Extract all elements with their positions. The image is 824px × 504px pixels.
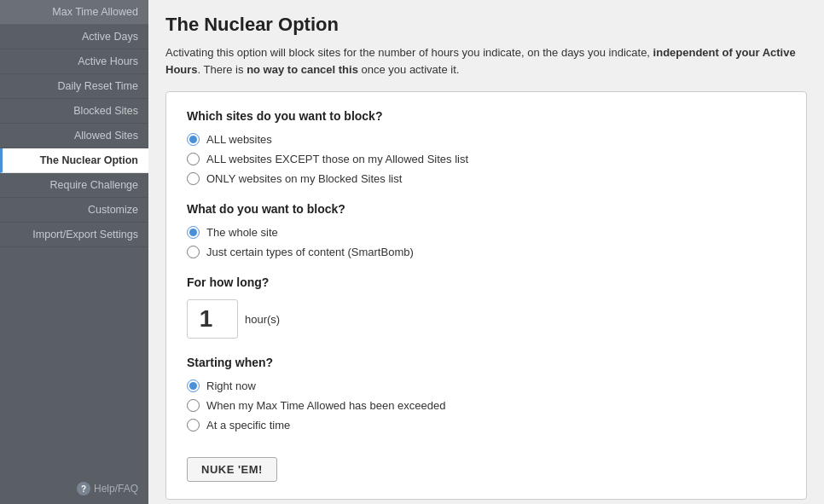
- what-block-label-whole-site: The whole site: [206, 226, 278, 239]
- starting-when-radio-right-now[interactable]: [187, 379, 200, 392]
- sidebar-item-allowed-sites[interactable]: Allowed Sites: [0, 124, 148, 148]
- options-panel: Which sites do you want to block? ALL we…: [165, 91, 807, 500]
- intro-text: Activating this option will block sites …: [165, 44, 797, 78]
- which-sites-radio-all-websites[interactable]: [187, 133, 200, 146]
- duration-unit: hour(s): [245, 313, 280, 326]
- which-sites-label-all-websites: ALL websites: [206, 133, 272, 146]
- nuke-button[interactable]: NUKE 'EM!: [187, 457, 277, 482]
- starting-when-heading: Starting when?: [187, 356, 786, 369]
- starting-when-label-max-time-exceeded: When my Max Time Allowed has been exceed…: [206, 399, 445, 412]
- starting-when-radio-max-time-exceeded[interactable]: [187, 399, 200, 412]
- what-block-radio-whole-site[interactable]: [187, 226, 200, 239]
- intro-bold2: no way to cancel this: [247, 63, 358, 76]
- what-block-option-certain-content[interactable]: Just certain types of content (SmartBomb…: [187, 246, 786, 258]
- starting-when-label-specific-time: At a specific time: [206, 419, 290, 432]
- sidebar-item-import-export[interactable]: Import/Export Settings: [0, 223, 148, 247]
- what-block-label-certain-content: Just certain types of content (SmartBomb…: [206, 246, 414, 258]
- which-sites-option-all-except-allowed[interactable]: ALL websites EXCEPT those on my Allowed …: [187, 153, 786, 165]
- what-block-group: The whole siteJust certain types of cont…: [187, 226, 786, 258]
- starting-when-group: Right nowWhen my Max Time Allowed has be…: [187, 379, 786, 432]
- starting-when-option-specific-time[interactable]: At a specific time: [187, 419, 786, 432]
- sidebar-item-active-days[interactable]: Active Days: [0, 25, 148, 49]
- intro-before: Activating this option will block sites …: [165, 46, 653, 59]
- which-sites-label-only-blocked-list: ONLY websites on my Blocked Sites list: [206, 172, 402, 185]
- which-sites-label-all-except-allowed: ALL websites EXCEPT those on my Allowed …: [206, 153, 468, 165]
- intro-after: once you activate it.: [358, 63, 460, 76]
- sidebar-item-max-time-allowed[interactable]: Max Time Allowed: [0, 0, 148, 25]
- starting-when-option-max-time-exceeded[interactable]: When my Max Time Allowed has been exceed…: [187, 399, 786, 412]
- sidebar-item-require-challenge[interactable]: Require Challenge: [0, 173, 148, 198]
- which-sites-heading: Which sites do you want to block?: [187, 109, 786, 123]
- help-faq-link[interactable]: ? Help/FAQ: [0, 473, 148, 504]
- which-sites-option-only-blocked-list[interactable]: ONLY websites on my Blocked Sites list: [187, 172, 786, 185]
- sidebar-item-active-hours[interactable]: Active Hours: [0, 49, 148, 74]
- sidebar-item-customize[interactable]: Customize: [0, 198, 148, 223]
- duration-row: hour(s): [187, 299, 786, 339]
- for-how-long-heading: For how long?: [187, 275, 786, 289]
- help-icon: ?: [77, 482, 90, 495]
- duration-input[interactable]: [187, 299, 238, 339]
- starting-when-option-right-now[interactable]: Right now: [187, 379, 786, 392]
- which-sites-radio-only-blocked-list[interactable]: [187, 172, 200, 185]
- sidebar: Max Time AllowedActive DaysActive HoursD…: [0, 0, 148, 504]
- what-block-option-whole-site[interactable]: The whole site: [187, 226, 786, 239]
- starting-when-radio-specific-time[interactable]: [187, 419, 200, 432]
- what-block-radio-certain-content[interactable]: [187, 246, 200, 258]
- sidebar-item-nuclear-option[interactable]: The Nuclear Option: [0, 148, 148, 173]
- page-title: The Nuclear Option: [165, 14, 807, 36]
- intro-mid: . There is: [198, 63, 247, 76]
- which-sites-option-all-websites[interactable]: ALL websites: [187, 133, 786, 146]
- starting-when-label-right-now: Right now: [206, 379, 256, 392]
- sidebar-item-daily-reset-time[interactable]: Daily Reset Time: [0, 74, 148, 99]
- main-content: The Nuclear Option Activating this optio…: [148, 0, 824, 504]
- which-sites-group: ALL websitesALL websites EXCEPT those on…: [187, 133, 786, 185]
- which-sites-radio-all-except-allowed[interactable]: [187, 153, 200, 165]
- what-block-heading: What do you want to block?: [187, 202, 786, 216]
- sidebar-item-blocked-sites[interactable]: Blocked Sites: [0, 99, 148, 124]
- help-faq-label: Help/FAQ: [94, 483, 138, 495]
